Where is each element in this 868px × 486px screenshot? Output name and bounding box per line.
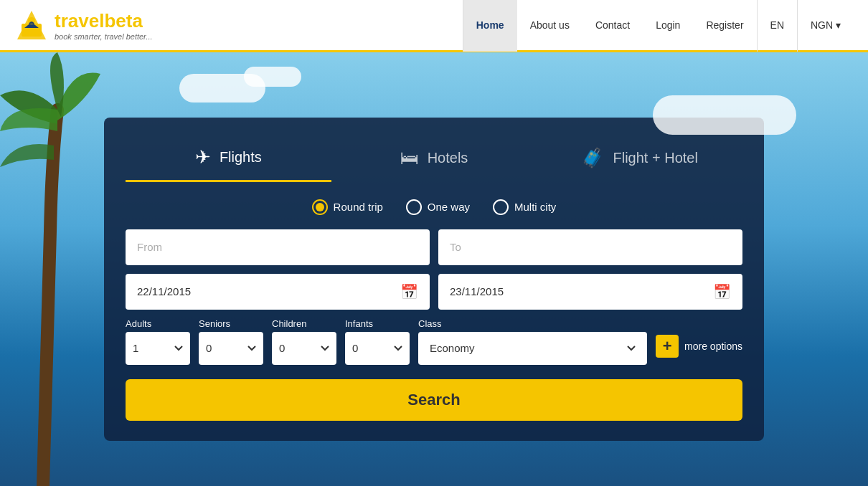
radio-multi-city[interactable]: Multi city	[493, 199, 556, 215]
class-group: Class EconomyBusinessFirst Class	[418, 318, 647, 365]
return-date-field[interactable]: 23/11/2015 📅	[438, 274, 742, 310]
return-calendar-icon: 📅	[713, 283, 731, 300]
radio-multi-city-label: Multi city	[514, 201, 556, 213]
search-panel: ✈ Flights 🛏 Hotels 🧳 Flight + Hotel Roun…	[104, 118, 764, 441]
seniors-select[interactable]: 0123	[199, 332, 263, 365]
class-label: Class	[418, 318, 647, 329]
radio-one-way[interactable]: One way	[406, 199, 470, 215]
nav-lang[interactable]: EN	[758, 0, 797, 52]
logo-brand: travelbeta	[55, 10, 153, 32]
nav-currency[interactable]: NGN ▾	[798, 0, 854, 52]
hotels-icon: 🛏	[400, 147, 419, 169]
return-date-value: 23/11/2015	[450, 285, 504, 297]
cloud2	[244, 67, 301, 87]
infants-label: Infants	[345, 318, 410, 329]
more-options-label: more options	[684, 340, 742, 352]
radio-multi-city-outer	[493, 199, 509, 215]
departure-date-field[interactable]: 22/11/2015 📅	[126, 274, 430, 310]
logo-icon	[14, 8, 49, 42]
search-button[interactable]: Search	[126, 379, 742, 421]
radio-round-trip[interactable]: Round trip	[312, 199, 383, 215]
infants-group: Infants 012	[345, 318, 410, 365]
class-select[interactable]: EconomyBusinessFirst Class	[418, 332, 647, 365]
trip-type-options: Round trip One way Multi city	[126, 199, 742, 215]
logo-text: travelbeta book smarter, travel better..…	[55, 10, 153, 41]
passengers-row: Adults 12345 Seniors 0123 Children 0123 …	[126, 318, 742, 365]
radio-round-trip-outer	[312, 199, 328, 215]
tab-flight-hotel[interactable]: 🧳 Flight + Hotel	[537, 135, 742, 181]
adults-select[interactable]: 12345	[126, 332, 190, 365]
adults-label: Adults	[126, 318, 190, 329]
radio-round-trip-inner	[316, 203, 324, 211]
nav-contact[interactable]: Contact	[582, 0, 643, 52]
departure-date-value: 22/11/2015	[137, 285, 191, 297]
palm-left-svg	[0, 52, 129, 486]
nav-register[interactable]: Register	[693, 0, 756, 52]
radio-round-trip-label: Round trip	[334, 201, 383, 213]
tab-hotels-label: Hotels	[428, 150, 468, 166]
logo-tagline: book smarter, travel better...	[55, 32, 153, 41]
nav-about[interactable]: About us	[517, 0, 582, 52]
dates-row: 22/11/2015 📅 23/11/2015 📅	[126, 274, 742, 310]
seniors-group: Seniors 0123	[199, 318, 263, 365]
from-input[interactable]	[126, 229, 430, 265]
adults-group: Adults 12345	[126, 318, 190, 365]
cloud3	[653, 95, 796, 135]
radio-one-way-label: One way	[428, 201, 470, 213]
tab-flight-hotel-label: Flight + Hotel	[613, 150, 697, 166]
departure-calendar-icon: 📅	[400, 283, 418, 300]
tab-hotels[interactable]: 🛏 Hotels	[331, 135, 537, 181]
children-label: Children	[272, 318, 336, 329]
tab-flights[interactable]: ✈ Flights	[126, 135, 331, 182]
nav-home[interactable]: Home	[463, 0, 517, 52]
plus-icon: +	[656, 335, 679, 358]
origin-destination-row	[126, 229, 742, 265]
tab-bar: ✈ Flights 🛏 Hotels 🧳 Flight + Hotel	[126, 135, 742, 182]
flights-icon: ✈	[195, 146, 211, 168]
navbar: travelbeta book smarter, travel better..…	[0, 0, 868, 52]
children-select[interactable]: 0123	[272, 332, 336, 365]
more-options-button[interactable]: + more options	[656, 335, 742, 365]
logo[interactable]: travelbeta book smarter, travel better..…	[14, 8, 153, 42]
infants-select[interactable]: 012	[345, 332, 410, 365]
hero-bg: ✈ Flights 🛏 Hotels 🧳 Flight + Hotel Roun…	[0, 52, 868, 486]
nav-login[interactable]: Login	[643, 0, 693, 52]
to-input[interactable]	[438, 229, 742, 265]
children-group: Children 0123	[272, 318, 336, 365]
flight-hotel-icon: 🧳	[581, 147, 604, 169]
seniors-label: Seniors	[199, 318, 263, 329]
radio-one-way-outer	[406, 199, 422, 215]
tab-flights-label: Flights	[220, 149, 262, 166]
